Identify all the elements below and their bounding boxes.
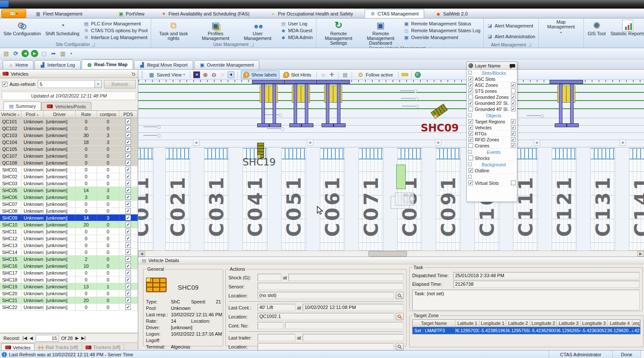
last-trailer-input[interactable] (258, 334, 295, 341)
layer-label-checkbox[interactable] (511, 101, 516, 105)
ribbon-button-gis-tool[interactable]: GIS Tool (586, 19, 608, 37)
collapse-icon[interactable]: – (468, 71, 472, 75)
tab-pre-occupational-health[interactable]: Pre Occupational Health and Safety (265, 9, 358, 18)
layer-item-grounded-20-sl-[interactable]: Grounded 20' Sl.. (467, 100, 517, 106)
layer-item-rfid-zones[interactable]: RFID Zones (467, 137, 517, 143)
layer-visibility-checkbox[interactable] (468, 125, 473, 130)
layer-item-shocks[interactable]: Shocks (467, 155, 517, 161)
layer-visibility-checkbox[interactable] (468, 143, 473, 148)
pds-checkbox[interactable] (125, 256, 131, 262)
crosshair-tool-icon[interactable] (328, 71, 335, 78)
edit-icon[interactable] (3, 50, 10, 57)
table-row[interactable]: SHC22Unknown[unknown]00 (0, 304, 138, 311)
layer-visibility-checkbox[interactable] (468, 83, 473, 87)
container-number-input2[interactable] (285, 322, 404, 329)
search-button[interactable] (396, 343, 404, 350)
layer-item-grounded-zones[interactable]: Grounded Zones (467, 94, 517, 100)
highlighted-slot[interactable] (396, 165, 406, 189)
slot-hints-toggle[interactable]: Slot Hints (281, 70, 313, 79)
ribbon-item-ctas-tos-options-by-pool[interactable]: CTAS TOS options by Pool (82, 27, 149, 34)
layer-label-checkbox[interactable] (511, 137, 516, 142)
ribbon-item-alert-administration[interactable]: Alert Administration (486, 33, 537, 40)
layer-label-checkbox[interactable] (511, 181, 516, 185)
column-header[interactable]: Longitude 1 (480, 320, 506, 327)
layer-label-checkbox[interactable] (511, 131, 516, 136)
table-row[interactable]: SHC10Unknown[unknown]200 (0, 221, 138, 228)
export-icon[interactable] (50, 50, 57, 57)
pds-checkbox[interactable] (125, 139, 131, 145)
pds-checkbox[interactable] (125, 208, 131, 214)
tab-override-management[interactable]: Override Management (194, 60, 259, 69)
tab-portview[interactable]: PortView (113, 9, 150, 18)
ribbon-item-remote-management-status[interactable]: Remote Management Status (402, 20, 482, 27)
pds-checkbox[interactable] (125, 167, 131, 172)
layer-visibility-checkbox[interactable] (468, 156, 473, 160)
layer-visibility-checkbox[interactable] (468, 89, 473, 93)
sensor-input[interactable] (258, 283, 404, 290)
pds-checkbox[interactable] (125, 297, 131, 303)
ribbon-button-map-management[interactable]: Map Management▾ (541, 19, 582, 35)
pds-checkbox[interactable] (125, 270, 131, 275)
last-record-button[interactable]: ▶| (81, 336, 85, 340)
table-row[interactable]: SHC11Unknown[unknown]00 (0, 228, 138, 235)
pds-checkbox[interactable] (125, 132, 131, 138)
pds-checkbox[interactable] (125, 215, 131, 220)
layer-visibility-checkbox[interactable] (468, 181, 473, 185)
column-header[interactable]: Target Name (413, 320, 456, 327)
pds-checkbox[interactable] (125, 146, 131, 152)
table-row[interactable]: QC103Unknown[unknown]303 (0, 132, 138, 139)
ribbon-item-mda-admin[interactable]: MDA Admin (279, 34, 314, 41)
pds-checkbox[interactable] (125, 160, 131, 165)
globe-icon[interactable] (415, 72, 421, 78)
ribbon-item-mda-guest[interactable]: MDA Guest (279, 27, 314, 34)
table-row[interactable]: QC107Unknown[unknown]00 (0, 153, 138, 159)
ribbon-button-remote-management-dashboard[interactable]: Remote Management Dashboard (360, 19, 401, 46)
pds-checkbox[interactable] (125, 201, 131, 207)
pds-checkbox[interactable] (125, 284, 131, 289)
toolbar-overflow-chevron[interactable] (69, 50, 74, 57)
layer-visibility-checkbox[interactable] (468, 137, 473, 142)
full-extent-icon[interactable] (193, 71, 200, 78)
pds-checkbox[interactable] (125, 125, 131, 131)
dispatched-time-input[interactable]: 25/01/2018 2:33:48 PM (453, 272, 640, 279)
search-button[interactable] (396, 292, 404, 299)
real-time-map[interactable]: C011C021C031C041C051C061C071C081C091C101… (138, 80, 644, 251)
last-trailer-time-input[interactable] (303, 334, 404, 341)
table-row[interactable]: SHC03Unknown[unknown]00 (0, 180, 138, 187)
table-row[interactable]: QC104Unknown[unknown]183 (0, 139, 138, 146)
table-row[interactable]: SHC07Unknown[unknown]00 (0, 201, 138, 208)
zoom-out-icon[interactable] (210, 71, 217, 78)
layer-item-cranes[interactable]: Cranes (467, 143, 517, 149)
quay-crane[interactable] (316, 80, 350, 131)
layer-visibility-checkbox[interactable] (468, 107, 473, 111)
collapse-icon[interactable]: – (468, 113, 472, 117)
ribbon-item-alert-management[interactable]: Alert Management (486, 22, 537, 29)
pds-checkbox[interactable] (125, 153, 131, 159)
scrollbar-track[interactable] (145, 251, 637, 257)
layer-label-checkbox[interactable] (511, 89, 516, 93)
layer-item-virtual-slots[interactable]: Virtual Slots (467, 180, 517, 186)
pds-checkbox[interactable] (125, 304, 131, 310)
refresh-button[interactable]: Refresh (104, 80, 136, 89)
table-row[interactable]: QC101Unknown[unknown]00 (0, 118, 138, 125)
yard-block-c021[interactable]: C021 (165, 148, 190, 251)
shock-time-input[interactable] (289, 274, 404, 281)
ribbon-item-interface-log-management[interactable]: Interface Log Management (82, 34, 149, 41)
yard-block-c011[interactable]: C011 (138, 148, 154, 251)
tab-vehicles-pools[interactable]: Vehicles/Pools (41, 102, 91, 110)
pds-checkbox[interactable] (125, 277, 131, 282)
column-header-contpos[interactable]: contpos (97, 111, 119, 118)
application-menu-button[interactable]: ▾ (1, 9, 26, 18)
ribbon-button-profiles-management[interactable]: Profiles Management (195, 19, 236, 41)
measure-dash-icon[interactable] (401, 71, 408, 78)
pds-checkbox[interactable] (125, 194, 131, 200)
layer-visibility-checkbox[interactable] (468, 168, 473, 173)
tab-ctas-management[interactable]: CTAS Management (365, 9, 424, 18)
trailer-location-input[interactable] (258, 343, 394, 350)
next-record-button[interactable]: ▶ (75, 336, 79, 340)
column-header-pool[interactable]: Pool▲ (21, 111, 44, 118)
toolbar-drag-handle[interactable] (142, 71, 143, 78)
pds-checkbox[interactable] (125, 249, 131, 255)
layer-item-grounded-40-sl-[interactable]: Grounded 40' Sl.. (467, 106, 517, 112)
saved-view-dropdown[interactable]: Saved View ▾ (146, 70, 187, 79)
